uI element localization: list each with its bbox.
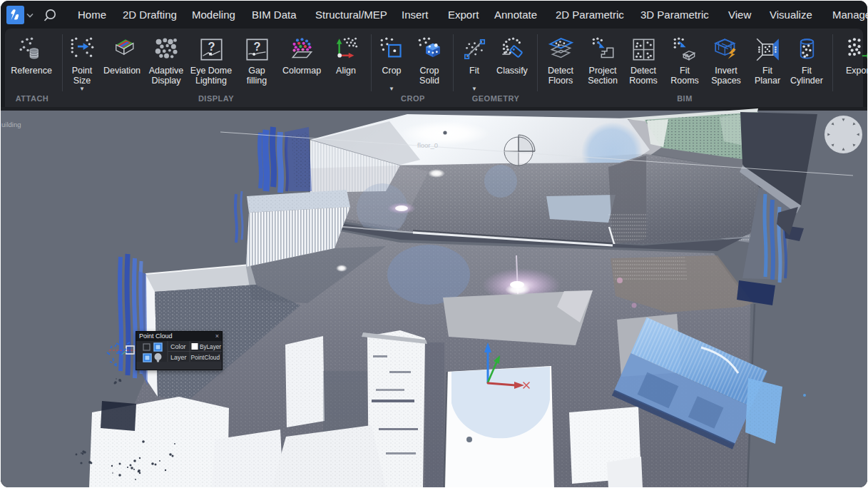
svg-text:PointCloud: PointCloud	[191, 354, 220, 361]
svg-text:uilding: uilding	[1, 121, 21, 128]
svg-text:?: ?	[253, 39, 260, 52]
svg-text:Color: Color	[170, 343, 186, 350]
svg-text:Layer: Layer	[170, 354, 187, 361]
svg-text:?: ?	[208, 39, 215, 52]
svg-text:ByLayer: ByLayer	[200, 344, 221, 350]
svg-text:floor_0: floor_0	[417, 141, 438, 149]
